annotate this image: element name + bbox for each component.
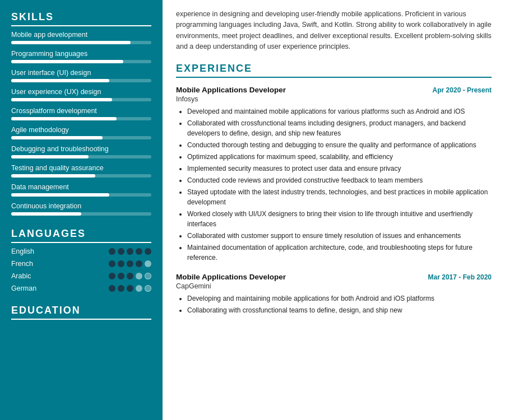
skill-bar-bg <box>11 212 151 216</box>
language-item: Arabic <box>11 272 151 280</box>
language-label: French <box>11 260 50 268</box>
dot-filled <box>136 260 142 267</box>
dot-half <box>145 260 151 267</box>
dot-empty <box>145 285 151 292</box>
skill-bar-fill <box>11 136 103 139</box>
job-header: Mobile Applications Developer Mar 2017 -… <box>176 273 492 281</box>
job-block: Mobile Applications Developer Apr 2020 -… <box>176 86 492 263</box>
skill-bar-bg <box>11 41 151 44</box>
dot-filled <box>127 248 133 255</box>
skill-item: Testing and quality assurance <box>11 164 151 178</box>
dot-filled <box>127 260 133 267</box>
main-content: experience in designing and developing u… <box>163 0 505 420</box>
job-title: Mobile Applications Developer <box>176 273 286 281</box>
job-bullet: Collaborated with crossfunctional teams … <box>187 118 492 138</box>
education-section: EDUCATION <box>11 305 151 320</box>
skill-bar-fill <box>11 155 89 158</box>
dot-filled <box>118 285 124 292</box>
skill-label: Data management <box>11 183 151 191</box>
job-bullet: Conducted code reviews and provided cons… <box>187 175 492 185</box>
skill-bar-bg <box>11 98 151 101</box>
job-bullet: Collaborating with crossfunctional teams… <box>187 305 492 315</box>
skill-bar-bg <box>11 136 151 139</box>
dot-filled <box>136 248 142 255</box>
dot-filled <box>109 260 115 267</box>
dot-filled <box>109 273 115 279</box>
job-header: Mobile Applications Developer Apr 2020 -… <box>176 86 492 94</box>
language-item: French <box>11 260 151 268</box>
resume-container: SKILLS Mobile app development Programmin… <box>0 0 505 420</box>
dot-filled <box>118 273 124 279</box>
language-item: English <box>11 248 151 255</box>
skill-bar-fill <box>11 60 123 63</box>
skill-label: Testing and quality assurance <box>11 164 151 172</box>
skill-bar-bg <box>11 117 151 120</box>
job-bullet: Maintained documentation of application … <box>187 242 492 263</box>
skills-list: Mobile app development Programming langu… <box>11 31 151 216</box>
skill-label: Crossplatform development <box>11 107 151 115</box>
dot-half <box>136 285 142 292</box>
language-dots <box>109 273 151 279</box>
language-label: Arabic <box>11 272 50 280</box>
dot-filled <box>145 248 151 255</box>
language-item: German <box>11 284 151 292</box>
language-dots <box>109 285 151 292</box>
dot-empty <box>145 273 151 279</box>
job-bullet: Optimized applications for maximum speed… <box>187 152 492 162</box>
job-company: Infosys <box>176 95 492 103</box>
dot-half <box>136 273 142 279</box>
skill-item: Programming languages <box>11 50 151 63</box>
job-bullet: Implemented security measures to protect… <box>187 164 492 174</box>
job-bullet: Developed and maintained mobile applicat… <box>187 106 492 116</box>
skill-label: Debugging and troubleshooting <box>11 145 151 153</box>
skill-bar-bg <box>11 193 151 197</box>
language-label: German <box>11 284 50 292</box>
dot-filled <box>109 285 115 292</box>
dot-filled <box>127 273 133 279</box>
job-title: Mobile Applications Developer <box>176 86 286 94</box>
summary-text: experience in designing and developing u… <box>176 9 492 53</box>
skill-bar-bg <box>11 155 151 158</box>
skill-label: User interface (UI) design <box>11 69 151 77</box>
job-bullet: Developing and maintaining mobile applic… <box>187 293 492 304</box>
skill-bar-bg <box>11 174 151 178</box>
job-company: CapGemini <box>176 282 492 290</box>
skill-item: Data management <box>11 183 151 197</box>
experience-title: EXPERIENCE <box>176 63 492 78</box>
skills-title: SKILLS <box>11 11 151 26</box>
job-bullet: Conducted thorough testing and debugging… <box>187 140 492 150</box>
skill-item: Mobile app development <box>11 31 151 44</box>
job-bullet: Stayed uptodate with the latest industry… <box>187 187 492 207</box>
education-title: EDUCATION <box>11 305 151 320</box>
skill-item: Agile methodology <box>11 126 151 139</box>
skill-bar-fill <box>11 174 95 178</box>
dot-filled <box>109 248 115 255</box>
job-dates: Apr 2020 - Present <box>433 86 492 94</box>
skill-item: Crossplatform development <box>11 107 151 120</box>
skill-item: Debugging and troubleshooting <box>11 145 151 158</box>
skill-bar-fill <box>11 41 131 44</box>
job-dates: Mar 2017 - Feb 2020 <box>428 273 492 281</box>
skill-bar-fill <box>11 117 117 120</box>
languages-title: LANGUAGES <box>11 228 151 243</box>
skill-label: Agile methodology <box>11 126 151 134</box>
skill-bar-bg <box>11 79 151 82</box>
dot-filled <box>118 248 124 255</box>
job-block: Mobile Applications Developer Mar 2017 -… <box>176 273 492 315</box>
skill-bar-fill <box>11 79 109 82</box>
languages-section: LANGUAGES English French Arabic German <box>11 228 151 292</box>
skill-label: Mobile app development <box>11 31 151 39</box>
skill-bar-fill <box>11 98 112 101</box>
skill-item: User experience (UX) design <box>11 88 151 101</box>
skill-item: Continuous integration <box>11 202 151 216</box>
dot-filled <box>127 285 133 292</box>
skill-label: Continuous integration <box>11 202 151 210</box>
skill-bar-fill <box>11 212 81 216</box>
job-bullets: Developed and maintained mobile applicat… <box>176 106 492 263</box>
jobs-list: Mobile Applications Developer Apr 2020 -… <box>176 86 492 315</box>
skill-bar-bg <box>11 60 151 63</box>
skill-label: User experience (UX) design <box>11 88 151 96</box>
languages-list: English French Arabic German <box>11 248 151 292</box>
skill-label: Programming languages <box>11 50 151 58</box>
dot-filled <box>118 260 124 267</box>
